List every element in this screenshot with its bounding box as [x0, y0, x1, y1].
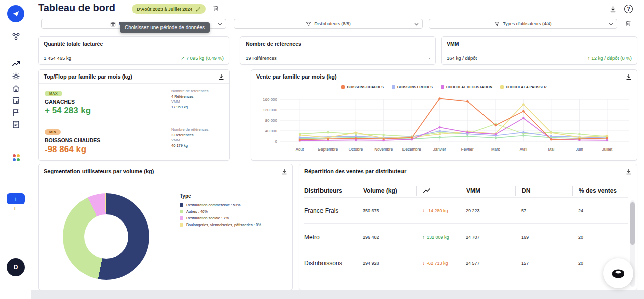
sidebar-item-settings[interactable]: [12, 72, 20, 83]
svg-text:Août: Août: [296, 147, 304, 152]
distributor-name: Metro: [304, 234, 357, 241]
clear-filters-button[interactable]: [625, 20, 631, 27]
up-arrow-icon: ↑: [422, 234, 425, 240]
donut-legend-item[interactable]: Autres : 40%: [180, 209, 261, 214]
trend-column-icon: [423, 188, 431, 194]
distributor-table-card: Répartition des ventes par distributeur …: [299, 164, 637, 290]
sidebar-item-home[interactable]: [12, 84, 20, 95]
legend-label: BOISSONS CHAUDES: [347, 85, 384, 89]
table-row[interactable]: France Frais350 675↓-14 280 kg29 2235724: [304, 197, 628, 223]
user-segmentation-donut[interactable]: [63, 193, 149, 280]
legend-label: Boulangeries, viennoiseries, pâtisseries…: [186, 222, 261, 227]
sidebar-item-network[interactable]: [12, 32, 20, 43]
trend-value: -14 280 kg: [427, 208, 448, 213]
svg-text:Mai: Mai: [548, 147, 554, 152]
legend-swatch: [180, 203, 183, 207]
download-icon[interactable]: [626, 168, 632, 175]
sidebar-item-documents[interactable]: [12, 120, 20, 131]
donut-legend-item[interactable]: Restauration commerciale : 53%: [180, 203, 261, 207]
kpi-card-vmm: VMM 164 kg / dépôt ↑ 12 kg / dépôt (8 %): [441, 36, 637, 65]
sales-line-chart-card: Vente par famille par mois (kg) BOISSONS…: [251, 69, 637, 161]
trend-chart-icon: [12, 59, 21, 70]
page-title: Tableau de bord: [38, 2, 115, 14]
yellow-dot-icon: [17, 154, 20, 157]
sidebar-item-integrations[interactable]: [13, 154, 20, 161]
topflop-card: Top/Flop par famille par mois (kg) MAX G…: [38, 69, 230, 161]
app-logo[interactable]: [7, 5, 24, 22]
trend-value: -62 713 kg: [427, 261, 448, 266]
chevron-down-icon: [414, 23, 419, 26]
trend-value: 132 009 kg: [427, 235, 449, 240]
download-icon[interactable]: [281, 168, 287, 175]
stat-label: Nombre de références: [171, 89, 209, 94]
add-button[interactable]: +: [7, 193, 25, 204]
download-dashboard-button[interactable]: [610, 6, 616, 13]
delete-period-button[interactable]: [213, 5, 219, 12]
donut-legend-item[interactable]: Restauration sociale : 7%: [180, 216, 261, 220]
stat-label: Nombre de références: [171, 127, 209, 133]
download-icon[interactable]: [626, 73, 632, 80]
donut-legend-items: Restauration commerciale : 53%Autres : 4…: [180, 203, 261, 227]
stat-label: VMM: [171, 138, 209, 143]
topflop-title: Top/Flop par famille par mois (kg): [44, 73, 132, 80]
donut-hole: [84, 214, 128, 259]
chat-widget-icon: [610, 265, 627, 282]
column-header-volume: Volume (kg): [357, 186, 416, 196]
trend-cell: ↑132 009 kg: [416, 234, 460, 240]
legend-item[interactable]: BOISSONS FROIDES: [392, 85, 433, 89]
legend-item[interactable]: CHOCOLAT DEGUSTATION: [441, 85, 492, 89]
pct-value: 24: [572, 208, 628, 213]
vmm-value: 24 577: [460, 261, 515, 266]
vmm-value: 24 707: [460, 235, 515, 240]
kpi-delta: ↗ 7 095 kg (0,49 %): [181, 55, 224, 61]
stat-value: 3 Références: [171, 133, 209, 138]
chat-widget-button[interactable]: [603, 258, 633, 288]
kpi-delta-pct: (0,49 %): [206, 55, 224, 61]
kpi-value: 164 kg / dépôt: [447, 55, 477, 61]
table-row[interactable]: Distriboissons294 928↓-62 713 kg24 57715…: [304, 250, 628, 276]
pct-value: 20: [572, 235, 628, 240]
svg-text:40 000: 40 000: [265, 129, 278, 133]
pencil-icon[interactable]: [196, 7, 201, 12]
legend-label: Restauration commerciale : 53%: [186, 203, 240, 207]
kpi-no-delta: -: [429, 56, 430, 61]
sidebar-item-store[interactable]: [12, 96, 20, 107]
sidebar: + f. D: [0, 0, 31, 299]
column-header-vmm: VMM: [460, 186, 515, 196]
legend-item[interactable]: BOISSONS CHAUDES: [341, 85, 384, 89]
legend-item[interactable]: CHOCOLAT A PATISSER: [500, 85, 547, 89]
legend-label: CHOCOLAT DEGUSTATION: [446, 85, 492, 89]
svg-text:0: 0: [275, 139, 278, 144]
period-badge[interactable]: D'Août 2023 à Juillet 2024: [132, 4, 206, 14]
stat-label: VMM: [171, 99, 209, 105]
user-types-filter-label: Types d'utilisateurs (4/4): [503, 21, 551, 26]
funnel-icon: [494, 21, 500, 27]
table-scrollbar-thumb[interactable]: [630, 202, 635, 245]
trend-cell: ↓-62 713 kg: [416, 260, 460, 266]
column-header-pct: % des ventes: [572, 186, 630, 196]
download-icon[interactable]: [218, 73, 224, 80]
kpi-card-references: Nombre de références 19 Références -: [240, 36, 436, 65]
grid-icon: [110, 21, 116, 27]
stat-value: 4 Références: [171, 94, 209, 100]
down-arrow-icon: ↓: [422, 260, 425, 266]
vmm-value: 29 223: [460, 208, 515, 213]
line-chart-legend: BOISSONS CHAUDESBOISSONS FROIDESCHOCOLAT…: [251, 85, 637, 89]
distributors-filter-label: Distributeurs (8/8): [314, 21, 351, 26]
legend-swatch: [341, 85, 345, 89]
help-button[interactable]: ?: [624, 5, 633, 13]
distributor-table-body: France Frais350 675↓-14 280 kg29 2235724…: [304, 197, 628, 288]
svg-text:80 000: 80 000: [265, 118, 278, 123]
distributor-name: Distriboissons: [304, 260, 357, 267]
sidebar-item-reports[interactable]: [12, 108, 20, 119]
legend-swatch: [441, 85, 444, 89]
distributors-filter-dropdown[interactable]: Distributeurs (8/8): [234, 19, 423, 29]
kpi-delta-value: 7 095 kg: [186, 55, 204, 61]
table-row[interactable]: Metro296 482↑132 009 kg24 70716920: [304, 223, 628, 250]
user-avatar[interactable]: D: [7, 258, 25, 276]
user-types-filter-dropdown[interactable]: Types d'utilisateurs (4/4): [429, 19, 617, 29]
sidebar-item-dashboard[interactable]: [12, 59, 21, 70]
donut-legend-item[interactable]: Boulangeries, viennoiseries, pâtisseries…: [180, 222, 261, 227]
legend-label: Autres : 40%: [186, 209, 208, 214]
legend-label: Restauration sociale : 7%: [186, 216, 229, 220]
